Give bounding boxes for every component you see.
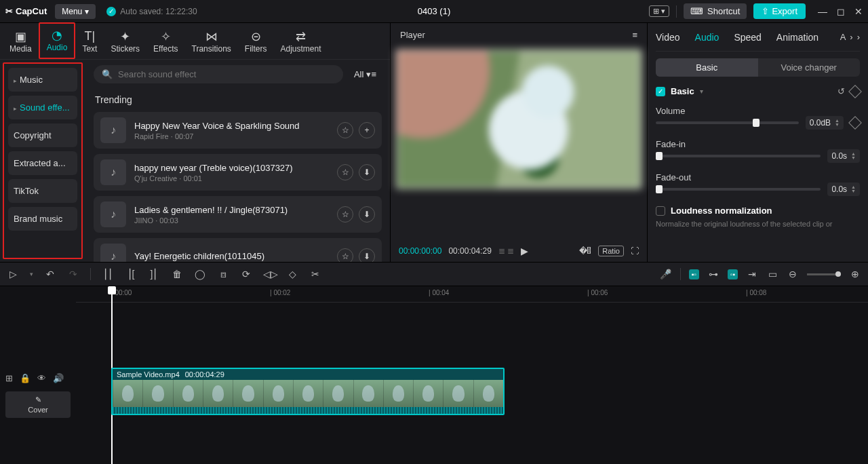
video-clip[interactable]: Sample Video.mp4 00:00:04:29 [111,368,505,415]
mirror-icon[interactable]: ⧈ [217,269,229,280]
tab-transitions[interactable]: ⋈Transitions [185,25,238,59]
split-right-icon[interactable]: ]⎮ [148,269,160,279]
ratio-button[interactable]: Ratio [598,246,624,256]
fadein-slider[interactable] [656,155,821,157]
split-left-icon[interactable]: ⎮[ [125,269,137,279]
tab-effects[interactable]: ✧Effects [146,25,184,59]
fadein-value[interactable]: 0.0s▲▼ [827,149,860,163]
search-input[interactable] [118,69,335,79]
cover-button[interactable]: ✎ Cover [5,391,71,418]
player-title: Player [400,30,425,40]
lock-icon[interactable]: 🔒 [20,373,31,383]
download-button[interactable]: ⬇ [359,248,375,262]
plus-button[interactable]: + [359,122,375,138]
checkbox-on-icon[interactable]: ✓ [656,87,665,96]
mic-icon[interactable]: 🎤 [660,269,672,279]
download-button[interactable]: ⬇ [359,164,375,180]
zoom-slider[interactable] [807,273,841,275]
category-brand-music[interactable]: Brand music [8,207,77,231]
track-item[interactable]: ♪Yay! Energetic children(1011045)☆⬇ [94,238,382,262]
layout-icon[interactable]: ⊞ ▾ [649,5,669,17]
tab-text[interactable]: T|Text [75,25,104,59]
inspector-tab-video[interactable]: Video [656,32,680,43]
eye-icon[interactable]: 👁 [37,373,46,383]
category-copyright[interactable]: Copyright [8,123,77,147]
inspector-tab-speed[interactable]: Speed [734,32,761,43]
flip-icon[interactable]: ◁▷ [263,269,275,279]
rotate-icon[interactable]: ⟳ [240,269,252,279]
filter-all[interactable]: All ▾≡ [349,66,382,82]
preview-cut-icon[interactable]: ▭ [766,269,778,279]
export-button[interactable]: ⇧ Export [753,3,806,19]
hamburger-icon[interactable]: ≡ [632,30,637,40]
tab-media[interactable]: ▣Media [3,25,39,59]
zoom-in-icon[interactable]: ⊕ [849,269,861,279]
freeze-icon[interactable]: ◇ [286,269,298,279]
fadeout-slider[interactable] [656,188,821,191]
snap-icon[interactable]: ⇥ [746,269,758,279]
chevron-right-icon[interactable]: › [857,32,860,42]
undo-icon[interactable]: ↶ [44,269,56,279]
fullscreen-icon[interactable]: ⛶ [631,246,639,256]
play-button[interactable]: ▶ [521,246,528,256]
star-button[interactable]: ☆ [337,206,353,223]
split-icon[interactable]: ⎮⎮ [102,269,114,279]
track-item[interactable]: ♪Ladies & gentlemen! !! / Jingle(873071)… [94,196,382,233]
minimize-button[interactable]: — [818,6,827,17]
track-add-icon[interactable]: ⊞ [5,373,13,383]
close-button[interactable]: ✕ [854,6,863,17]
sub-tab-basic[interactable]: Basic [656,58,758,77]
volume-value[interactable]: 0.0dB▲▼ [806,116,844,130]
delete-icon[interactable]: 🗑 [171,269,183,279]
keyframe-icon[interactable] [848,85,862,98]
chevron-down-icon[interactable]: ▾ [30,271,33,277]
star-button[interactable]: ☆ [337,164,353,180]
download-button[interactable]: ⬇ [359,206,375,223]
preview-frame[interactable] [396,50,642,189]
maximize-button[interactable]: ◻ [837,6,845,17]
crop-tool-icon[interactable]: ✂ [309,269,321,279]
time-ruler[interactable]: | 00:00| 00:02| 00:04| 00:06| 00:08 [76,286,868,303]
track-item[interactable]: ♪happy new year (Treble voice)(1037327)Q… [94,154,382,191]
category-sound-effe-[interactable]: ▸Sound effe... [8,96,77,119]
link-icon[interactable]: ⊶ [707,269,719,279]
tab-stickers[interactable]: ✦Stickers [104,25,146,59]
reset-icon[interactable]: ↺ [837,86,845,96]
shortcut-button[interactable]: ⌨ Shortcut [684,3,747,19]
inspector-more-label[interactable]: A [840,32,846,42]
category-music[interactable]: ▸Music [8,68,77,92]
fadeout-value[interactable]: 0.0s▲▼ [827,182,860,196]
star-button[interactable]: ☆ [337,248,353,262]
chevron-right-icon[interactable]: › [850,32,852,42]
inspector-tab-animation[interactable]: Animation [776,32,818,43]
track-item[interactable]: ♪Happy New Year Voice & Sparkling SoundR… [94,112,382,149]
star-button[interactable]: ☆ [337,122,353,138]
mute-icon[interactable]: 🔊 [53,373,64,383]
magnet-left-icon[interactable]: ▪▫ [689,269,699,279]
pointer-tool-icon[interactable]: ▷ [7,269,19,279]
keyframe-icon[interactable] [848,116,862,130]
timeline-main[interactable]: | 00:00| 00:02| 00:04| 00:06| 00:08 Samp… [76,286,868,464]
loudness-row[interactable]: Loudness normalization [656,206,860,216]
tab-adjustment[interactable]: ⇄Adjustment [273,25,328,59]
search-box[interactable]: 🔍 [94,65,343,83]
zoom-out-icon[interactable]: ⊖ [787,269,799,279]
track-list: ♪Happy New Year Voice & Sparkling SoundR… [94,112,382,262]
magnet-right-icon[interactable]: ▫▪ [728,269,738,279]
cover-label: Cover [28,406,47,414]
volume-slider[interactable] [656,121,799,124]
mask-icon[interactable]: ◯ [194,269,206,279]
basic-section-header[interactable]: ✓ Basic ▾ ↺ [656,86,860,96]
category-extracted-a-[interactable]: Extracted a... [8,151,77,175]
redo-icon[interactable]: ↷ [67,269,79,279]
checkbox-off-icon[interactable] [656,206,665,216]
tab-audio[interactable]: ◔Audio [39,22,76,59]
menu-button[interactable]: Menu ▾ [55,4,96,19]
track-title: Happy New Year Voice & Sparkling Sound [134,121,329,131]
tab-filters[interactable]: ⊝Filters [238,25,274,59]
crop-icon[interactable]: �〿 [579,246,591,256]
sub-tab-voice-changer[interactable]: Voice changer [758,58,861,77]
inspector-tab-audio[interactable]: Audio [695,32,719,43]
category-tiktok[interactable]: TikTok [8,179,77,203]
compare-icon[interactable]: ≣ ≣ [498,246,514,256]
